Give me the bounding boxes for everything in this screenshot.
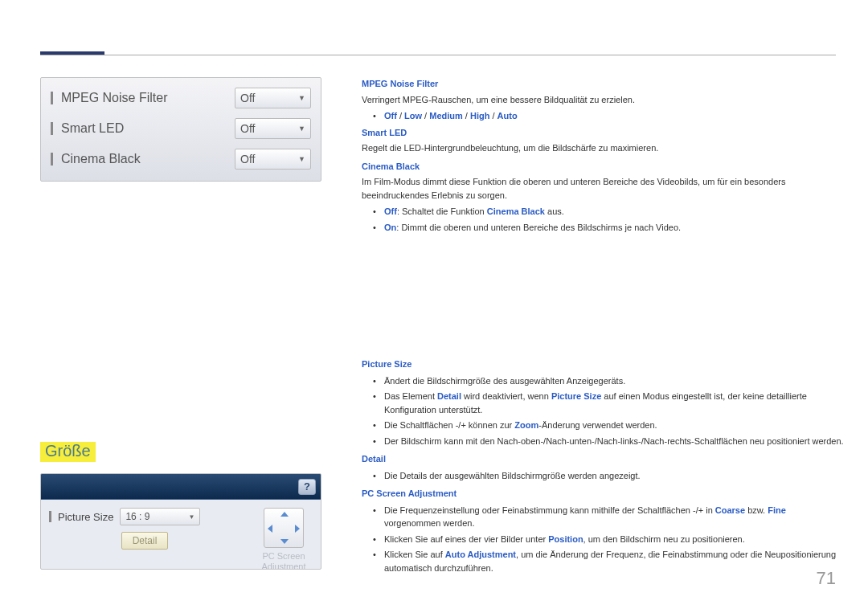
arrow-left-icon bbox=[268, 525, 272, 533]
mpeg-desc: Verringert MPEG-Rauschen, um eine besser… bbox=[362, 93, 844, 107]
panel1-label: MPEG Noise Filter bbox=[61, 91, 227, 105]
spacer bbox=[362, 237, 844, 358]
combo-value: 16 : 9 bbox=[125, 511, 149, 522]
t: bzw. bbox=[745, 505, 768, 515]
combo-value: Off bbox=[240, 92, 255, 104]
arrow-right-icon bbox=[295, 525, 300, 533]
cinema-combo[interactable]: Off ▼ bbox=[235, 149, 311, 170]
left-column: MPEG Noise Filter Off ▼ Smart LED Off ▼ … bbox=[40, 77, 321, 570]
heading-pcscreen: PC Screen Adjustment bbox=[362, 487, 844, 501]
arrow-down-icon bbox=[280, 539, 289, 544]
opt-auto: Auto bbox=[497, 111, 518, 121]
chevron-down-icon: ▼ bbox=[298, 94, 305, 102]
t: Zoom bbox=[514, 420, 538, 430]
pc-screen-label: PC Screen Adjustment bbox=[261, 551, 305, 570]
picsize-list: Ändert die Bildschirmgröße des ausgewähl… bbox=[362, 374, 844, 448]
heading-picsize: Picture Size bbox=[362, 358, 844, 371]
header-divider bbox=[40, 55, 836, 55]
cinema-off: Off: Schaltet die Funktion Cinema Black … bbox=[362, 205, 844, 219]
cinema-on: On: Dimmt die oberen und unteren Bereich… bbox=[362, 221, 844, 235]
mpeg-combo[interactable]: Off ▼ bbox=[235, 88, 311, 108]
t: Klicken Sie auf eines der vier Bilder un… bbox=[384, 534, 548, 544]
picture-size-combo[interactable]: 16 : 9 ▼ bbox=[120, 508, 200, 525]
chevron-down-icon: ▼ bbox=[298, 125, 305, 133]
mpeg-options: Off / Low / Medium / High / Auto bbox=[362, 109, 844, 123]
picture-size-label: Picture Size bbox=[58, 511, 113, 523]
panel1-label: Smart LED bbox=[61, 121, 227, 136]
row-marker-icon bbox=[49, 511, 51, 522]
t: Die Schaltflächen -/+ können zur bbox=[384, 420, 514, 430]
mpeg-options-list: Off / Low / Medium / High / Auto bbox=[362, 109, 844, 123]
settings-panel-2: ? Picture Size 16 : 9 ▼ Detail bbox=[40, 473, 321, 570]
t: Position bbox=[548, 534, 583, 544]
t: Detail bbox=[437, 391, 461, 401]
pcscreen-list: Die Frequenzeinstellung oder Feinabstimm… bbox=[362, 504, 844, 575]
pc-label-line1: PC Screen bbox=[262, 551, 305, 561]
arrow-up-icon bbox=[280, 512, 289, 517]
panel2-right: PC Screen Adjustment bbox=[255, 508, 313, 570]
t: Die Frequenzeinstellung oder Feinabstimm… bbox=[384, 505, 715, 515]
cinema-on-label: On bbox=[384, 223, 396, 232]
row-marker-icon bbox=[51, 122, 53, 135]
panel1-label: Cinema Black bbox=[61, 152, 227, 166]
pcscreen-b2: Klicken Sie auf eines der vier Bilder un… bbox=[362, 533, 844, 546]
t: Das Element bbox=[384, 391, 437, 401]
cinema-off-label: Off bbox=[384, 206, 397, 216]
help-button[interactable]: ? bbox=[298, 479, 316, 495]
picsize-b2: Das Element Detail wird deaktiviert, wen… bbox=[362, 390, 844, 416]
page-number: 71 bbox=[817, 568, 836, 589]
row-marker-icon bbox=[51, 92, 53, 104]
t: -Änderung verwendet werden. bbox=[538, 420, 657, 430]
smartled-combo[interactable]: Off ▼ bbox=[235, 118, 311, 139]
detail-b1: Die Details der ausgewählten Bildschirmg… bbox=[362, 469, 844, 483]
detail-button-label: Detail bbox=[133, 535, 158, 546]
t: Klicken Sie auf bbox=[384, 550, 445, 559]
opt-off: Off bbox=[384, 111, 397, 121]
row-marker-icon bbox=[51, 153, 53, 166]
heading-smartled: Smart LED bbox=[362, 126, 844, 140]
panel2-titlebar: ? bbox=[41, 474, 321, 500]
pcscreen-b3: Klicken Sie auf Auto Adjustment, um die … bbox=[362, 548, 844, 574]
chevron-down-icon: ▼ bbox=[298, 155, 305, 163]
t: vorgenommen werden. bbox=[384, 518, 475, 528]
picsize-b3: Die Schaltflächen -/+ können zur Zoom-Än… bbox=[362, 419, 844, 432]
t: Picture Size bbox=[551, 391, 601, 401]
t: , um den Bildschirm neu zu positionieren… bbox=[583, 534, 745, 544]
section-title-groesse: Größe bbox=[40, 442, 96, 462]
opt-low: Low bbox=[404, 111, 422, 121]
help-icon: ? bbox=[304, 480, 310, 492]
position-dpad[interactable] bbox=[264, 508, 304, 548]
t: Coarse bbox=[715, 505, 745, 515]
t: Fine bbox=[768, 505, 786, 515]
right-column: MPEG Noise Filter Verringert MPEG-Rausch… bbox=[362, 77, 844, 578]
heading-cinema: Cinema Black bbox=[362, 160, 844, 174]
smartled-desc: Regelt die LED-Hintergrundbeleuchtung, u… bbox=[362, 141, 844, 155]
picsize-b1: Ändert die Bildschirmgröße des ausgewähl… bbox=[362, 374, 844, 388]
t: Auto Adjustment bbox=[445, 550, 516, 559]
combo-value: Off bbox=[240, 153, 255, 166]
panel2-body: Picture Size 16 : 9 ▼ Detail PC Screen bbox=[41, 500, 321, 570]
picture-size-row: Picture Size 16 : 9 ▼ bbox=[49, 508, 245, 525]
cinema-on-text: : Dimmt die oberen und unteren Bereiche … bbox=[396, 223, 681, 232]
panel1-row-mpeg: MPEG Noise Filter Off ▼ bbox=[51, 83, 311, 113]
cinema-desc: Im Film-Modus dimmt diese Funktion die o… bbox=[362, 175, 844, 202]
panel1-row-smartled: Smart LED Off ▼ bbox=[51, 113, 311, 144]
opt-medium: Medium bbox=[429, 111, 463, 121]
settings-panel-1: MPEG Noise Filter Off ▼ Smart LED Off ▼ … bbox=[40, 77, 321, 182]
t: wird deaktiviert, wenn bbox=[461, 391, 551, 401]
cinema-list: Off: Schaltet die Funktion Cinema Black … bbox=[362, 205, 844, 234]
cinema-off-suf: aus. bbox=[545, 206, 564, 216]
pcscreen-b1: Die Frequenzeinstellung oder Feinabstimm… bbox=[362, 504, 844, 530]
combo-value: Off bbox=[240, 122, 255, 135]
cinema-off-text: : Schaltet die Funktion bbox=[397, 206, 487, 216]
detail-button[interactable]: Detail bbox=[121, 532, 168, 550]
detail-list: Die Details der ausgewählten Bildschirmg… bbox=[362, 469, 844, 483]
heading-mpeg: MPEG Noise Filter bbox=[362, 77, 844, 91]
chevron-down-icon: ▼ bbox=[188, 513, 194, 521]
picsize-b4: Der Bildschirm kann mit den Nach-oben-/N… bbox=[362, 435, 844, 448]
panel1-row-cinema: Cinema Black Off ▼ bbox=[51, 144, 311, 174]
pc-label-line2: Adjustment bbox=[261, 562, 305, 570]
heading-detail: Detail bbox=[362, 452, 844, 466]
panel2-left: Picture Size 16 : 9 ▼ Detail bbox=[49, 508, 245, 550]
opt-high: High bbox=[470, 111, 489, 121]
